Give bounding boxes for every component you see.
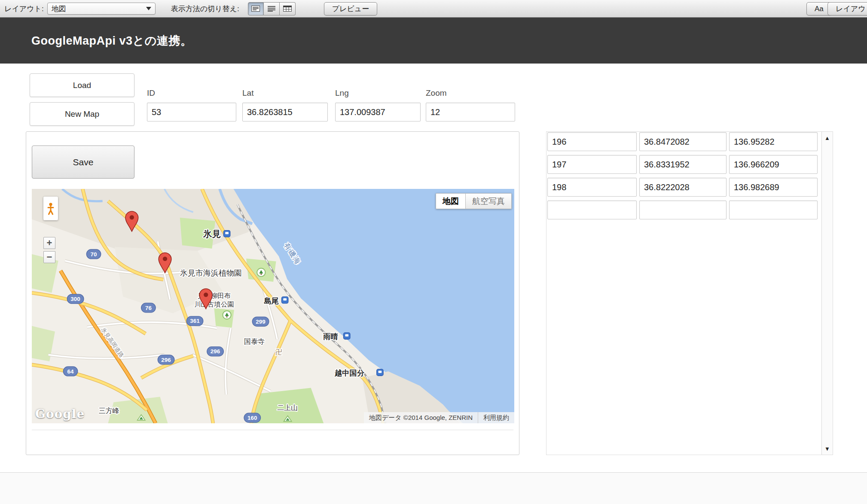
page: レイアウト: 地図 表示方法の切り替え: — [0, 0, 867, 504]
top-toolbar: レイアウト: 地図 表示方法の切り替え: — [0, 0, 867, 18]
station-icon — [344, 333, 350, 339]
table-row — [547, 132, 821, 151]
row-lat-input[interactable] — [639, 132, 727, 151]
label-futagamiyama: 二上山 — [277, 404, 298, 411]
row-id-input[interactable] — [547, 200, 637, 219]
table-row — [547, 178, 821, 197]
label-ecchu-kokubu: 越中国分 — [334, 369, 365, 377]
view-toggle-form[interactable] — [248, 2, 264, 15]
terms-link[interactable]: 利用規約 — [478, 412, 514, 423]
new-map-button[interactable]: New Map — [30, 102, 134, 126]
label-botanical-garden: 氷見市海浜植物園 — [180, 269, 242, 277]
route-badge: 300 — [70, 296, 80, 302]
lat-label: Lat — [242, 88, 328, 98]
street-view-pegman-icon — [47, 202, 54, 215]
zoom-in-button[interactable]: + — [43, 237, 55, 249]
layout-label: レイアウト: — [4, 4, 44, 14]
field-lng: Lng — [335, 88, 421, 121]
dropdown-arrow-icon — [146, 7, 151, 10]
route-badge: 76 — [145, 304, 152, 311]
lat-input[interactable] — [242, 103, 328, 121]
form-view-icon — [251, 6, 260, 12]
row-lng-input[interactable] — [729, 200, 818, 219]
scroll-up-arrow[interactable]: ▲ — [822, 133, 833, 143]
label-amaharashi: 雨晴 — [323, 332, 338, 341]
row-lat-input[interactable] — [639, 200, 727, 219]
row-id-input[interactable] — [547, 132, 637, 151]
id-input[interactable] — [147, 103, 236, 121]
route-badge: 64 — [67, 368, 74, 375]
view-toggle-list[interactable] — [264, 2, 280, 15]
label-mikataho: 三方峰 — [99, 407, 119, 414]
zoom-control: + − — [43, 237, 55, 263]
park-tree-icon — [223, 311, 231, 319]
route-badge: 160 — [247, 415, 257, 421]
google-logo: Google — [35, 407, 85, 421]
row-id-input[interactable] — [547, 178, 637, 197]
pegman-control[interactable] — [43, 197, 58, 220]
map-type-satellite-button[interactable]: 航空写真 — [466, 193, 512, 209]
vertical-scrollbar[interactable]: ▲ ▼ — [821, 132, 833, 455]
lng-label: Lng — [335, 88, 421, 98]
view-toggle-table[interactable] — [280, 2, 296, 15]
station-icon — [281, 297, 288, 303]
row-lng-input[interactable] — [729, 132, 818, 151]
label-kokutaiji: 国泰寺 — [244, 337, 265, 345]
app-header: GoogleMapApi v3との連携。 — [0, 18, 867, 64]
preview-button[interactable]: プレビュー — [324, 2, 378, 15]
page-title: GoogleMapApi v3との連携。 — [31, 33, 192, 49]
map-type-control: 地図 航空写真 — [436, 193, 512, 209]
save-button[interactable]: Save — [32, 146, 134, 179]
view-toggle-group — [248, 2, 296, 15]
map-canvas[interactable]: 70 300 76 361 299 296 296 64 160 — [32, 189, 514, 423]
row-lng-input[interactable] — [729, 178, 818, 197]
table-row — [547, 155, 821, 174]
route-badge: 296 — [211, 348, 220, 355]
station-icon — [223, 231, 230, 237]
route-badge: 361 — [190, 318, 200, 324]
field-id: ID — [147, 88, 236, 121]
map-attribution: 地図データ ©2014 Google, ZENRIN 利用規約 — [364, 412, 514, 423]
footer — [0, 472, 867, 504]
layout-select-value: 地図 — [52, 4, 66, 14]
row-lat-input[interactable] — [639, 178, 727, 197]
route-badge: 299 — [256, 319, 266, 325]
map-panel: Save — [26, 131, 519, 455]
route-badge: 296 — [161, 357, 171, 363]
temple-manji-icon: 卍 — [275, 348, 282, 355]
label-himi: 氷見 — [203, 229, 221, 239]
row-id-input[interactable] — [547, 155, 637, 174]
label-shimao: 島尾 — [264, 297, 279, 305]
points-list-panel: ▲ ▼ — [546, 131, 833, 455]
zoom-input[interactable] — [426, 103, 515, 121]
id-label: ID — [147, 88, 236, 98]
row-lat-input[interactable] — [639, 155, 727, 174]
google-map[interactable]: 70 300 76 361 299 296 296 64 160 — [32, 189, 514, 423]
zoom-out-button[interactable]: − — [43, 251, 55, 263]
table-view-icon — [283, 6, 292, 12]
layout-select[interactable]: 地図 — [47, 3, 156, 15]
list-view-icon — [267, 6, 276, 12]
table-row — [547, 200, 821, 219]
load-button[interactable]: Load — [30, 73, 134, 97]
points-rows — [547, 132, 821, 223]
lng-input[interactable] — [335, 103, 421, 121]
map-type-map-button[interactable]: 地図 — [436, 193, 466, 209]
row-lng-input[interactable] — [729, 155, 818, 174]
label-kofun-park-2: 川山古墳公園 — [194, 301, 234, 308]
route-badge: 70 — [91, 251, 97, 258]
attribution-text: 地図データ ©2014 Google, ZENRIN — [364, 412, 478, 423]
scroll-down-arrow[interactable]: ▼ — [822, 443, 833, 454]
zoom-label: Zoom — [426, 88, 515, 98]
layout-button[interactable]: レイアウト — [827, 2, 867, 15]
park-tree-icon — [257, 268, 265, 276]
station-icon — [377, 369, 383, 376]
panel-divider — [32, 430, 513, 430]
field-lat: Lat — [242, 88, 328, 121]
view-switch-label: 表示方法の切り替え: — [171, 4, 239, 14]
field-zoom: Zoom — [426, 88, 515, 121]
